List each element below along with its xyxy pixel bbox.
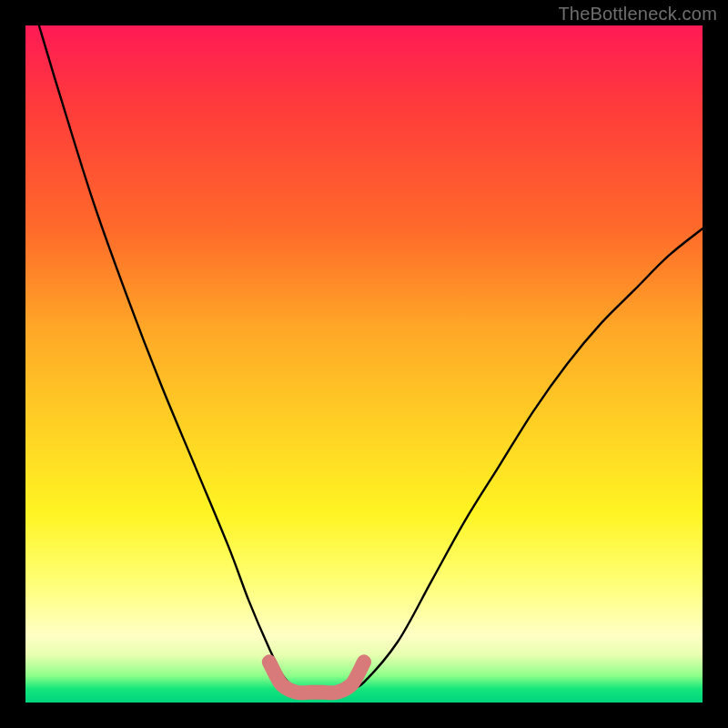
plot-area [25, 25, 703, 703]
chart-frame: TheBottleneck.com [0, 0, 728, 728]
trough-marker [269, 662, 364, 693]
chart-svg [25, 25, 703, 703]
bottleneck-curve [39, 25, 703, 693]
watermark-text: TheBottleneck.com [558, 4, 717, 25]
